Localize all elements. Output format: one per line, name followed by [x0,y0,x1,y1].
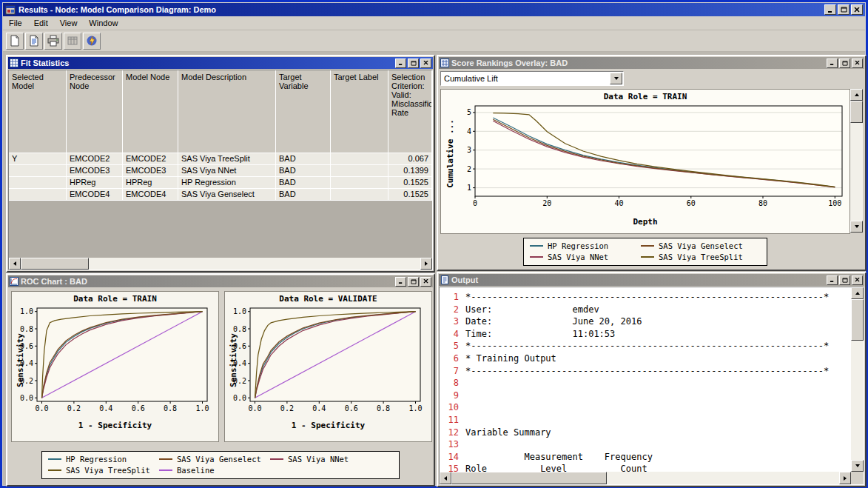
chart-select-dropdown[interactable]: Cumulative Lift [440,71,624,86]
scrollbar-track[interactable] [607,472,839,484]
score-rankings-body: Cumulative Lift Data Role = TRAIN 020406… [439,70,864,269]
legend-item: HP Regression [530,241,641,252]
y-axis-label: Cumulative ... [445,117,455,191]
column-header[interactable]: Selection Criterion: Valid: Misclassific… [388,70,432,153]
legend-item: SAS Viya TreeSplit [48,465,159,476]
triangle-up-icon [855,93,859,96]
maximize-button[interactable] [839,59,850,68]
minimize-button[interactable] [824,4,836,15]
line-text: Date: June 20, 2016 [465,315,642,328]
output-title: Output [451,275,478,284]
line-text: User: emdev [465,304,599,316]
scroll-down-button[interactable] [850,221,863,233]
vertical-scrollbar[interactable] [851,287,864,472]
scrollbar-track[interactable] [850,123,863,221]
dropdown-arrow-button[interactable] [610,73,622,84]
scroll-left-button[interactable] [9,258,21,270]
table-button[interactable] [64,33,81,50]
table-cell: HP Regression [178,177,276,189]
score-rankings-title-bar[interactable]: Score Rankings Overlay: BAD [439,57,864,69]
table-row[interactable]: HPRegHPRegHP RegressionBAD0.1525 [9,177,432,189]
column-header[interactable]: Model Description [178,70,276,153]
scrollbar-thumb[interactable] [850,101,863,123]
close-button[interactable] [420,59,431,68]
triangle-up-icon [855,292,860,295]
table-row[interactable]: EMCODE4EMCODE4SAS Viya GenselectBAD0.152… [9,189,432,201]
menu-file[interactable]: File [3,17,28,29]
legend-label: HP Regression [548,241,608,250]
line-text: * Training Output [465,352,556,365]
minimize-button[interactable] [395,59,406,68]
roc-chart-title-bar[interactable]: ROC Chart : BAD [8,275,433,287]
scrollbar-track[interactable] [89,258,420,270]
maximize-button[interactable] [838,4,850,15]
scroll-down-button[interactable] [851,460,864,472]
maximize-button[interactable] [839,275,850,285]
table-cell: 0.1399 [388,165,432,177]
print-button[interactable] [44,33,62,50]
line-number: 15 [440,463,459,472]
vertical-scrollbar[interactable] [850,89,863,233]
output-title-bar[interactable]: Output [439,274,864,286]
scroll-right-button[interactable] [839,472,851,484]
menu-window[interactable]: Window [83,17,124,29]
table-cell: EMCODE3 [67,165,123,177]
report-button[interactable] [25,33,43,50]
horizontal-scrollbar[interactable] [440,472,851,484]
toolbar [3,30,865,52]
output-text: 1*--------------------------------------… [440,287,851,472]
scrollbar-track[interactable] [851,341,864,460]
column-header[interactable]: Target Label [331,70,388,153]
line-text: *---------------------------------------… [465,291,829,304]
close-button[interactable] [852,275,863,285]
title-bar[interactable]: Results - Node: Model Comparison Diagram… [3,3,865,16]
horizontal-scrollbar[interactable] [9,258,432,270]
scrollbar-thumb[interactable] [451,472,607,484]
table-row[interactable]: YEMCODE2EMCODE2SAS Viya TreeSplitBAD0.06… [9,153,432,165]
table-cell [331,189,388,201]
new-document-button[interactable] [6,33,24,50]
minimize-button[interactable] [827,59,838,68]
roc-chart-title: ROC Chart : BAD [21,277,87,286]
minimize-button[interactable] [827,275,838,285]
output-line: 8 [440,377,851,390]
fit-statistics-window: Fit Statistics Selected ModelPredecessor… [6,55,435,273]
scroll-up-button[interactable] [850,89,863,101]
output-line: 9 [440,390,851,402]
roc-train-panel: Data Role = TRAIN 0.00.20.40.60.81.00.00… [11,291,219,442]
table-cell: HPReg [123,177,178,189]
score-rankings-icon [440,59,449,67]
scroll-up-button[interactable] [851,287,864,299]
svg-text:0.6: 0.6 [345,404,358,412]
menu-view[interactable]: View [54,17,84,29]
column-header[interactable]: Predecessor Node [67,70,123,153]
print-icon [47,35,59,47]
fit-statistics-title-bar[interactable]: Fit Statistics [8,57,433,69]
scrollbar-thumb[interactable] [851,299,864,341]
close-button[interactable] [852,59,863,68]
menu-edit[interactable]: Edit [28,17,54,29]
table-row[interactable]: EMCODE3EMCODE3SAS Viya NNetBAD0.1399 [9,165,432,177]
column-header[interactable]: Model Node [123,70,178,153]
line-number: 11 [440,414,459,427]
output-line: 1*--------------------------------------… [440,291,851,304]
minimize-button[interactable] [395,277,406,287]
close-button[interactable] [851,4,863,15]
line-number: 13 [440,438,459,451]
svg-text:1.0: 1.0 [233,307,246,315]
column-header[interactable]: Selected Model [9,70,67,153]
triangle-left-icon [13,261,16,266]
run-graph-button[interactable] [83,33,101,50]
svg-text:0.0: 0.0 [35,404,48,412]
roc-chart-body: Data Role = TRAIN 0.00.20.40.60.81.00.00… [8,288,433,484]
scroll-left-button[interactable] [440,472,451,484]
maximize-button[interactable] [408,277,419,287]
column-header[interactable]: Target Variable [276,70,331,153]
output-line: 5*--------------------------------------… [440,340,851,352]
scroll-right-button[interactable] [420,258,432,270]
maximize-button[interactable] [408,59,419,68]
close-button[interactable] [420,277,431,287]
line-number: 2 [440,304,459,316]
scrollbar-thumb[interactable] [21,258,89,270]
output-line: 10 [440,401,851,414]
